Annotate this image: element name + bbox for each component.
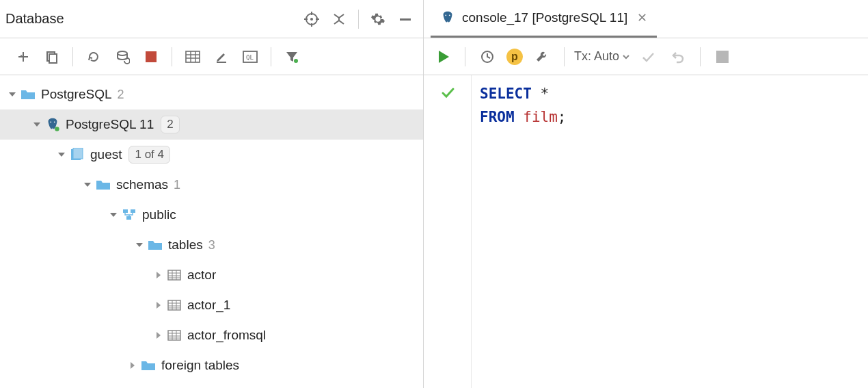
svg-point-20 [50,121,51,122]
svg-point-19 [294,59,298,63]
run-button[interactable] [432,45,455,68]
svg-point-47 [449,14,450,16]
tree-label: schemas [116,177,168,192]
svg-rect-11 [186,51,200,62]
chevron-right-icon[interactable] [152,331,165,339]
chevron-down-icon[interactable] [5,90,19,99]
svg-point-21 [54,121,55,122]
gear-icon[interactable] [366,7,390,31]
folder-icon [146,239,164,251]
close-icon[interactable]: ✕ [634,10,647,25]
tree-count-badge: 2 [161,116,179,133]
svg-rect-24 [73,148,83,159]
chevron-right-icon[interactable] [126,361,139,370]
tree-node-public-schema[interactable]: public [0,200,423,230]
tree-node-table[interactable]: actor_1 [0,290,423,320]
tree-count: 3 [208,238,215,253]
schema-icon [120,209,138,221]
editor-gutter [424,75,472,388]
stop-icon[interactable] [139,44,163,69]
sql-code[interactable]: SELECT * FROM film; [472,75,574,388]
chevron-down-icon[interactable] [30,120,44,129]
database-icon [68,148,86,161]
chevron-down-icon[interactable] [81,181,94,189]
dialect-badge[interactable]: p [506,49,523,65]
sync-icon[interactable] [110,44,135,69]
separator [465,47,465,66]
sql-keyword: SELECT [480,86,532,102]
chevron-right-icon[interactable] [152,301,165,309]
tab-console-17[interactable]: console_17 [PostgreSQL 11] ✕ [431,0,657,38]
tree-count: 1 [174,178,180,192]
database-tree[interactable]: PostgreSQL 2 PostgreSQL 11 2 guest 1 of … [0,75,423,388]
tree-badge: 1 of 4 [128,146,170,164]
database-panel: Database [0,0,424,388]
table-icon [165,270,183,281]
check-icon [440,85,455,100]
svg-rect-8 [49,54,57,63]
tree-label: actor_fromsql [187,328,266,343]
table-icon [165,330,183,341]
tree-node-schemas[interactable]: schemas 1 [0,170,423,200]
chevron-down-icon[interactable] [55,151,68,159]
sql-editor[interactable]: SELECT * FROM film; [424,75,868,388]
svg-text:QL: QL [246,54,254,61]
sql-text: * [532,86,549,102]
tree-node-foreign-tables[interactable]: foreign tables [0,350,423,380]
tree-node-postgresql-group[interactable]: PostgreSQL 2 [0,79,423,109]
separator [172,47,172,66]
separator [271,47,271,66]
rollback-icon[interactable] [666,44,690,69]
svg-rect-28 [168,270,180,280]
tree-node-tables[interactable]: tables 3 [0,230,423,260]
svg-rect-40 [168,331,180,340]
svg-rect-10 [146,51,157,62]
cancel-query-icon[interactable] [710,44,735,69]
editor-toolbar: p Tx: Auto [424,38,868,75]
table-view-icon[interactable] [180,44,205,69]
header-actions [299,7,418,31]
tree-label: PostgreSQL 11 [66,117,154,132]
history-icon[interactable] [475,44,500,69]
tree-node-database[interactable]: guest 1 of 4 [0,140,423,170]
tree-label: guest [90,147,122,162]
tree-label: actor_1 [187,298,230,313]
tree-label: public [142,207,176,222]
filter-icon[interactable] [280,44,304,69]
duplicate-icon[interactable] [40,44,64,69]
svg-rect-25 [123,209,128,213]
sql-identifier: film [523,109,558,125]
tree-node-table[interactable]: actor [0,260,423,290]
add-icon[interactable] [11,44,36,69]
wrench-icon[interactable] [530,44,554,69]
chevron-down-icon[interactable] [107,211,120,219]
tree-node-table[interactable]: actor_fromsql [0,320,423,350]
tree-label: tables [168,237,203,253]
postgresql-icon [44,117,62,132]
tree-node-datasource[interactable]: PostgreSQL 11 2 [0,109,423,140]
chevron-down-icon[interactable] [133,241,146,249]
minimize-icon[interactable] [393,7,418,31]
tree-label: actor [187,268,216,283]
tree-label: PostgreSQL [41,87,112,102]
tx-mode-selector[interactable]: Tx: Auto [574,49,630,64]
separator [72,47,73,66]
database-toolbar: QL [0,38,423,75]
separator [358,10,359,29]
edit-icon[interactable] [209,44,234,69]
chevron-right-icon[interactable] [152,271,165,279]
svg-rect-27 [126,216,131,220]
tab-title: console_17 [PostgreSQL 11] [462,10,627,25]
split-icon[interactable] [327,7,351,31]
sql-punct: ; [558,109,567,125]
target-icon[interactable] [299,7,324,31]
separator [564,47,565,66]
refresh-icon[interactable] [81,44,106,69]
console-icon[interactable]: QL [238,44,262,69]
svg-point-22 [55,127,59,131]
svg-point-46 [445,14,446,16]
folder-icon [19,88,37,101]
postgresql-icon [440,10,455,25]
commit-icon[interactable] [636,44,660,69]
editor-tabs: console_17 [PostgreSQL 11] ✕ [424,0,868,38]
